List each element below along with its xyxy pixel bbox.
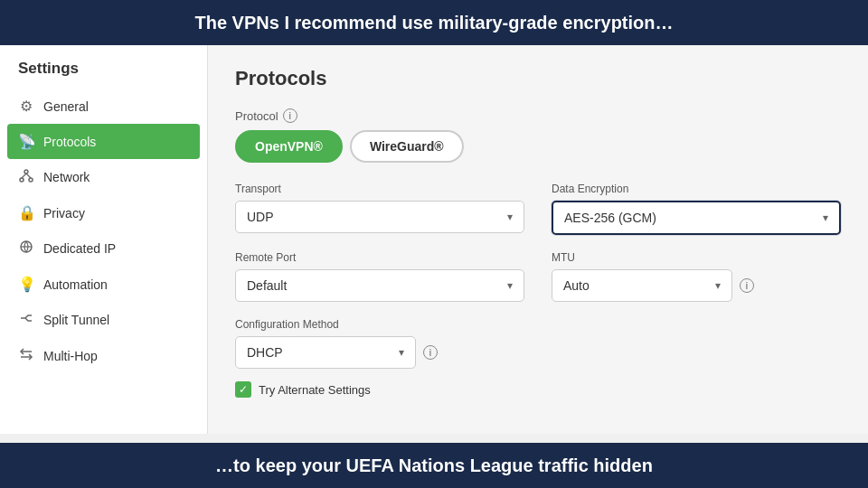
try-alternate-checkbox[interactable]: ✓ <box>235 381 251 398</box>
mtu-group: MTU Auto ▾ i <box>552 251 841 302</box>
main-area: Settings ⚙ General 📡 Protocols Network <box>0 45 868 434</box>
bottom-banner-text: …to keep your UEFA Nations League traffi… <box>215 455 653 475</box>
sidebar-item-label: General <box>43 99 89 114</box>
config-method-select[interactable]: DHCP ▾ <box>235 336 416 369</box>
dedicated-ip-icon <box>18 239 34 258</box>
sidebar-item-multi-hop[interactable]: Multi-Hop <box>0 338 207 374</box>
sidebar-item-label: Network <box>43 170 90 184</box>
svg-point-0 <box>24 170 28 174</box>
sidebar-item-dedicated-ip[interactable]: Dedicated IP <box>0 230 207 267</box>
data-encryption-label: Data Encryption <box>552 183 841 195</box>
data-encryption-group: Data Encryption AES-256 (GCM) ▾ <box>552 183 841 235</box>
data-encryption-chevron-icon: ▾ <box>823 211 828 224</box>
sidebar-item-label: Automation <box>43 277 108 292</box>
remote-port-value: Default <box>247 278 287 293</box>
transport-select[interactable]: UDP ▾ <box>235 201 524 233</box>
form-grid: Transport UDP ▾ Data Encryption AES-256 … <box>235 183 841 369</box>
wireguard-button[interactable]: WireGuard® <box>350 130 464 163</box>
data-encryption-value: AES-256 (GCM) <box>564 211 656 225</box>
top-banner-text: The VPNs I recommend use military-grade … <box>194 13 673 33</box>
protocol-section-label: Protocol i <box>235 108 841 123</box>
protocol-info-icon[interactable]: i <box>283 108 297 123</box>
sidebar-item-privacy[interactable]: 🔒 Privacy <box>0 195 207 230</box>
mtu-chevron-icon: ▾ <box>715 279 721 292</box>
remote-port-group: Remote Port Default ▾ <box>235 251 524 302</box>
sidebar-item-general[interactable]: ⚙ General <box>0 89 207 124</box>
remote-port-label: Remote Port <box>235 251 524 264</box>
transport-chevron-icon: ▾ <box>507 211 513 223</box>
sidebar-item-label: Split Tunnel <box>43 313 109 327</box>
sidebar-item-automation[interactable]: 💡 Automation <box>0 267 207 302</box>
try-alternate-label: Try Alternate Settings <box>259 383 371 397</box>
remote-port-chevron-icon: ▾ <box>507 279 513 292</box>
gear-icon: ⚙ <box>18 98 34 115</box>
sidebar-item-split-tunnel[interactable]: Split Tunnel <box>0 302 207 338</box>
data-encryption-select[interactable]: AES-256 (GCM) ▾ <box>552 201 841 235</box>
sidebar-item-network[interactable]: Network <box>0 159 207 195</box>
sidebar-title: Settings <box>0 60 207 89</box>
remote-port-select[interactable]: Default ▾ <box>235 269 524 302</box>
page-title: Protocols <box>235 67 841 90</box>
automation-icon: 💡 <box>18 276 34 293</box>
mtu-select[interactable]: Auto ▾ <box>552 269 732 302</box>
transport-label: Transport <box>235 183 524 195</box>
bottom-banner: …to keep your UEFA Nations League traffi… <box>0 443 868 488</box>
sidebar-item-label: Protocols <box>43 135 96 149</box>
svg-point-1 <box>20 178 24 182</box>
protocols-icon: 📡 <box>18 133 34 150</box>
mtu-value: Auto <box>563 278 590 293</box>
protocol-buttons: OpenVPN® WireGuard® <box>235 130 841 163</box>
sidebar-item-label: Dedicated IP <box>43 241 116 256</box>
config-method-label: Configuration Method <box>235 318 524 331</box>
config-method-value: DHCP <box>247 345 283 360</box>
split-tunnel-icon <box>18 311 34 329</box>
config-method-group: Configuration Method DHCP ▾ i <box>235 318 524 369</box>
try-alternate-settings-row: ✓ Try Alternate Settings <box>235 381 841 398</box>
network-icon <box>18 168 34 186</box>
mtu-info-icon[interactable]: i <box>740 278 754 293</box>
transport-value: UDP <box>247 210 274 224</box>
transport-group: Transport UDP ▾ <box>235 183 524 235</box>
lock-icon: 🔒 <box>18 204 34 221</box>
mtu-label: MTU <box>552 251 841 264</box>
content-area: Protocols Protocol i OpenVPN® WireGuard®… <box>208 45 868 434</box>
mtu-row: Auto ▾ i <box>552 269 841 302</box>
openvpn-button[interactable]: OpenVPN® <box>235 130 343 163</box>
sidebar-item-label: Multi-Hop <box>43 349 98 363</box>
sidebar-item-label: Privacy <box>43 206 85 221</box>
sidebar: Settings ⚙ General 📡 Protocols Network <box>0 45 208 434</box>
svg-line-4 <box>26 174 31 178</box>
svg-line-3 <box>22 174 26 178</box>
config-method-info-icon[interactable]: i <box>423 345 438 360</box>
config-method-chevron-icon: ▾ <box>399 346 404 359</box>
svg-point-2 <box>29 178 33 182</box>
sidebar-item-protocols[interactable]: 📡 Protocols <box>7 124 200 159</box>
multi-hop-icon <box>18 347 34 365</box>
config-method-row: DHCP ▾ i <box>235 336 524 369</box>
top-banner: The VPNs I recommend use military-grade … <box>0 0 868 45</box>
